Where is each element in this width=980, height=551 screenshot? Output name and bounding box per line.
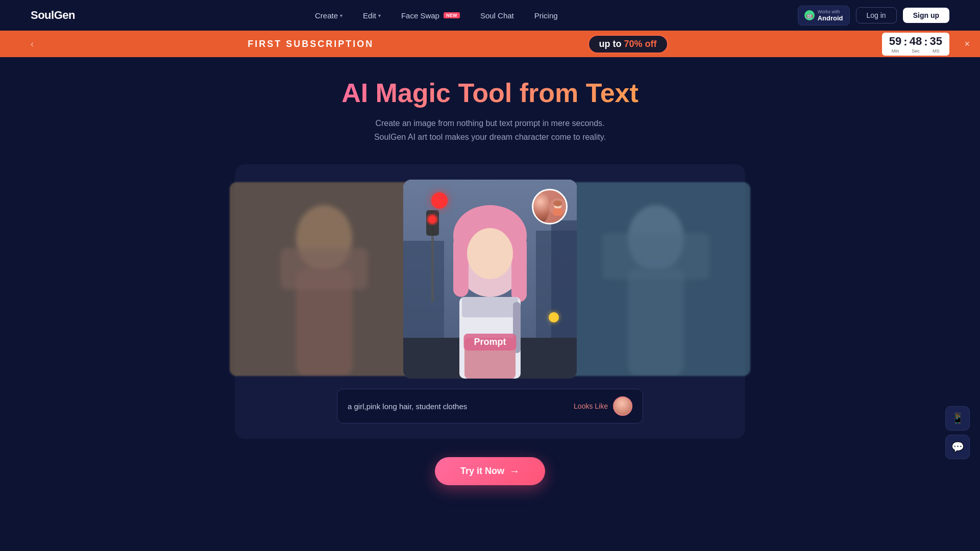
svg-point-23 bbox=[553, 201, 562, 206]
floating-chat-button[interactable]: 💬 bbox=[945, 435, 970, 459]
new-badge: NEW bbox=[444, 12, 460, 18]
pink-hair-girl-image: Prompt bbox=[403, 180, 577, 379]
images-row: Prompt bbox=[245, 180, 735, 379]
logo[interactable]: SoulGen bbox=[31, 9, 75, 22]
app-icon: 📱 bbox=[951, 412, 964, 424]
countdown-timer: 59 Min : 48 Sec : 35 MS bbox=[882, 33, 949, 56]
nav-item-edit[interactable]: Edit ▾ bbox=[363, 11, 381, 20]
prompt-bar[interactable]: a girl,pink long hair, student clothes L… bbox=[337, 389, 643, 423]
android-icon: 🤖 bbox=[804, 10, 815, 20]
works-with-label: Works with bbox=[818, 9, 843, 14]
arrow-icon: → bbox=[509, 465, 520, 477]
nav-item-soul-chat[interactable]: Soul Chat bbox=[480, 11, 514, 20]
svg-point-16 bbox=[467, 228, 513, 279]
svg-rect-14 bbox=[453, 236, 469, 297]
floating-app-button[interactable]: 📱 bbox=[945, 406, 970, 431]
svg-rect-28 bbox=[602, 233, 709, 279]
try-now-button[interactable]: Try it Now → bbox=[435, 457, 545, 485]
looks-like-label: Looks Like bbox=[574, 402, 608, 410]
discount-value: 70% off bbox=[624, 39, 657, 49]
cta-section: Try it Now → bbox=[435, 457, 545, 485]
svg-rect-27 bbox=[628, 269, 684, 376]
hero-subtitle: Create an image from nothing but text pr… bbox=[374, 116, 606, 144]
nav-create-label: Create bbox=[315, 11, 338, 20]
left-figure-svg bbox=[230, 182, 419, 376]
android-label: Android bbox=[818, 14, 843, 22]
right-figure-svg bbox=[561, 182, 750, 376]
promo-banner: ‹ FIRST SUBSCRIPTION up to 70% off 59 Mi… bbox=[0, 31, 980, 57]
prompt-input-text[interactable]: a girl,pink long hair, student clothes bbox=[348, 402, 467, 411]
timer-colon-2: : bbox=[924, 35, 927, 48]
nav-item-pricing[interactable]: Pricing bbox=[534, 11, 558, 20]
nav-center: Create ▾ Edit ▾ Face Swap NEW Soul Chat … bbox=[315, 11, 558, 20]
hero-title: AI Magic Tool from Text bbox=[341, 78, 639, 108]
chat-icon: 💬 bbox=[951, 441, 964, 453]
try-now-label: Try it Now bbox=[460, 466, 504, 477]
banner-subscription-text: FIRST SUBSCRIPTION bbox=[248, 39, 374, 49]
timer-seconds: 48 Sec bbox=[910, 35, 922, 54]
timer-ms: 35 MS bbox=[929, 35, 942, 54]
looks-like-avatar[interactable] bbox=[613, 396, 632, 416]
android-badge[interactable]: 🤖 Works with Android bbox=[798, 6, 850, 26]
chevron-down-icon: ▾ bbox=[378, 13, 381, 18]
timer-colon-1: : bbox=[903, 35, 907, 48]
left-preview-image bbox=[230, 182, 419, 376]
android-badge-text: Works with Android bbox=[818, 9, 843, 22]
svg-rect-18 bbox=[462, 297, 518, 317]
nav-pricing-label: Pricing bbox=[534, 11, 558, 20]
looks-like-section[interactable]: Looks Like bbox=[574, 396, 632, 416]
banner-left-arrow[interactable]: ‹ bbox=[31, 39, 34, 49]
nav-face-swap-label: Face Swap bbox=[401, 11, 439, 20]
right-preview-image bbox=[561, 182, 750, 376]
floating-buttons: 📱 💬 bbox=[945, 406, 970, 459]
face-avatar bbox=[532, 189, 568, 224]
svg-rect-15 bbox=[511, 236, 527, 302]
banner-discount-badge[interactable]: up to 70% off bbox=[588, 35, 668, 54]
nav-edit-label: Edit bbox=[363, 11, 376, 20]
svg-rect-24 bbox=[553, 209, 562, 216]
prompt-overlay-label: Prompt bbox=[464, 334, 517, 350]
chevron-down-icon: ▾ bbox=[340, 13, 342, 18]
nav-item-create[interactable]: Create ▾ bbox=[315, 11, 342, 20]
nav-right: 🤖 Works with Android Log in Sign up bbox=[798, 6, 949, 26]
timer-minutes: 59 Min bbox=[889, 35, 901, 54]
banner-close-button[interactable]: × bbox=[964, 39, 970, 49]
center-featured-image: Prompt bbox=[403, 180, 577, 379]
nav-item-face-swap[interactable]: Face Swap NEW bbox=[401, 11, 460, 20]
signup-button[interactable]: Sign up bbox=[903, 8, 949, 23]
svg-point-11 bbox=[427, 214, 437, 224]
svg-rect-3 bbox=[281, 248, 368, 289]
navbar: SoulGen Create ▾ Edit ▾ Face Swap NEW So… bbox=[0, 0, 980, 31]
login-button[interactable]: Log in bbox=[856, 7, 897, 23]
nav-soul-chat-label: Soul Chat bbox=[480, 11, 514, 20]
main-content: AI Magic Tool from Text Create an image … bbox=[0, 57, 980, 490]
demo-card: Prompt a girl,pink long hair, student cl… bbox=[235, 164, 745, 439]
